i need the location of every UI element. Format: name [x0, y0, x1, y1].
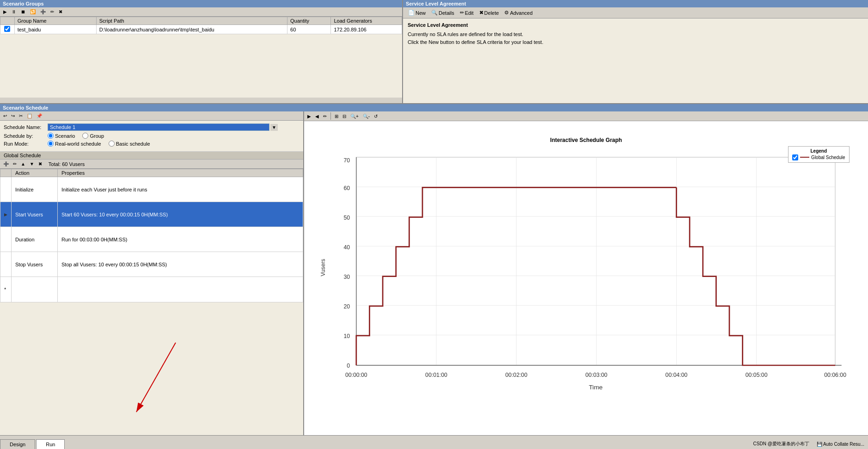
redo-button[interactable]: ↪	[10, 112, 16, 119]
schedule-form: Schedule Name: ▼ Schedule by: Scenario G…	[0, 121, 303, 152]
svg-text:Vusers: Vusers	[319, 259, 326, 277]
sla-content: Service Level Agreement Currently no SLA…	[403, 18, 868, 49]
schedule-actions-table: Action Properties Initialize Initialize …	[0, 169, 303, 302]
svg-text:00:01:00: 00:01:00	[425, 371, 447, 378]
row-properties: Stop all Vusers: 10 every 00:00:15 0H(MM…	[58, 252, 303, 277]
row-group-name: test_baidu	[14, 25, 96, 34]
svg-text:00:05:00: 00:05:00	[745, 371, 767, 378]
svg-text:70: 70	[343, 157, 350, 164]
graph-zoom-in-btn[interactable]: 🔍+	[349, 113, 360, 120]
advanced-icon: ⚙	[504, 10, 509, 16]
row-action: Start Vusers	[12, 202, 58, 227]
graph-reset-btn[interactable]: ↺	[373, 113, 379, 120]
schedule-dropdown-btn[interactable]: ▼	[270, 124, 278, 131]
delete2-button[interactable]: ✖	[57, 8, 64, 15]
table-header-row: Group Name Script Path Quantity Load Gen…	[0, 17, 402, 25]
graph-grid-btn[interactable]: ⊞	[333, 113, 340, 120]
row-properties: Run for 00:03:00 0H(MM:SS)	[58, 227, 303, 252]
sla-delete-button[interactable]: ✖ Delete	[477, 8, 501, 17]
row-indicator	[0, 177, 12, 202]
scenario-groups-panel: Scenario Groups ▶ ⏸ ⏹ 🔁 ➕ ✏ ✖ Group Name…	[0, 0, 403, 103]
stop-button[interactable]: ⏹	[19, 8, 27, 15]
col-properties: Properties	[58, 169, 303, 177]
sla-details-button[interactable]: 🔍 Details	[429, 8, 457, 17]
schedule-table-row[interactable]: ▶ Start Vusers Start 60 Vusers: 10 every…	[0, 202, 303, 227]
row-load-generators: 172.20.89.106	[331, 25, 402, 34]
bottom-right-info: CSDN @爱吃薯条的小布丁 💾 Auto Collate Resu...	[750, 439, 868, 449]
pause-button[interactable]: ⏸	[10, 8, 18, 15]
graph-zoom-out-btn[interactable]: 🔍-	[361, 113, 371, 120]
details-icon: 🔍	[431, 10, 438, 16]
legend-checkbox[interactable]	[792, 154, 798, 160]
run-mode-options: Real-world schedule Basic schedule	[48, 141, 150, 147]
gs-edit-btn[interactable]: ✏	[12, 160, 18, 167]
group-radio-label[interactable]: Group	[82, 133, 104, 139]
cut-button[interactable]: ✂	[18, 112, 24, 119]
svg-text:Time: Time	[589, 384, 603, 391]
svg-rect-2	[356, 157, 835, 365]
row-checkbox-cell	[0, 25, 15, 34]
graph-fit-btn[interactable]: ⊟	[341, 113, 348, 120]
run-mode-row: Run Mode: Real-world schedule Basic sche…	[4, 141, 300, 147]
schedule-name-row: Schedule Name: ▼	[4, 123, 300, 131]
svg-text:00:03:00: 00:03:00	[585, 371, 607, 378]
tab-run[interactable]: Run	[36, 439, 65, 449]
sla-edit-button[interactable]: ✏ Edit	[458, 8, 476, 17]
edit-icon: ✏	[460, 10, 464, 16]
basic-radio[interactable]	[109, 141, 115, 147]
schedule-table-row[interactable]: Stop Vusers Stop all Vusers: 10 every 00…	[0, 252, 303, 277]
scenario-radio[interactable]	[48, 133, 54, 139]
reset-button[interactable]: 🔁	[29, 8, 37, 15]
scenario-schedule-title-bar: Scenario Schedule	[0, 104, 868, 111]
gs-add-btn[interactable]: ➕	[2, 160, 10, 167]
table-row[interactable]: test_baidu D:\loadrunner\anzhuang\loadru…	[0, 25, 402, 34]
tab-design[interactable]: Design	[0, 439, 35, 449]
svg-text:30: 30	[343, 274, 350, 280]
schedule-by-options: Scenario Group	[48, 133, 104, 139]
scenario-radio-label[interactable]: Scenario	[48, 133, 75, 139]
row-indicator: ▶	[0, 202, 12, 227]
row-action: Duration	[12, 227, 58, 252]
svg-text:10: 10	[343, 333, 350, 339]
svg-text:60: 60	[343, 185, 350, 191]
schedule-name-input[interactable]	[48, 123, 269, 131]
auto-collate-icon: 💾	[817, 442, 822, 447]
main-container: Scenario Groups ▶ ⏸ ⏹ 🔁 ➕ ✏ ✖ Group Name…	[0, 0, 868, 449]
horizontal-scrollbar[interactable]	[0, 98, 402, 103]
realworld-radio[interactable]	[48, 141, 54, 147]
row-checkbox[interactable]	[4, 26, 10, 32]
legend-item-text: Global Schedule	[811, 155, 845, 160]
new-icon: 📄	[408, 10, 415, 16]
gs-toolbar: ➕ ✏ ▲ ▼ ✖ Total: 60 Vusers	[0, 160, 303, 169]
graph-back-btn[interactable]: ◀	[314, 113, 320, 120]
sla-advanced-button[interactable]: ⚙ Advanced	[502, 8, 535, 17]
graph-play-btn[interactable]: ▶	[306, 113, 312, 120]
bottom-tabs: Design Run CSDN @爱吃薯条的小布丁 💾 Auto Collate…	[0, 435, 868, 449]
basic-radio-text: Basic schedule	[116, 141, 150, 147]
delete-icon: ✖	[479, 10, 483, 16]
undo-button[interactable]: ↩	[2, 112, 8, 119]
group-radio[interactable]	[82, 133, 88, 139]
paste-button[interactable]: 📌	[35, 112, 43, 119]
schedule-table-row[interactable]: Initialize Initialize each Vuser just be…	[0, 177, 303, 202]
svg-text:00:02:00: 00:02:00	[505, 371, 527, 378]
gs-up-btn[interactable]: ▲	[19, 160, 27, 167]
sla-panel: Service Level Agreement 📄 New 🔍 Details …	[403, 0, 868, 103]
play-button[interactable]: ▶	[2, 8, 8, 15]
row-script-path: D:\loadrunner\anzhuang\loadrunner\tmp\te…	[96, 25, 287, 34]
col-load-generators: Load Generators	[331, 17, 402, 25]
gs-down-btn[interactable]: ▼	[28, 160, 36, 167]
auto-collate-label: 💾 Auto Collate Resu...	[817, 442, 864, 447]
copy-button[interactable]: 📋	[25, 112, 34, 119]
sla-new-button[interactable]: 📄 New	[406, 8, 428, 17]
graph-panel: ▶ ◀ ✏ ⊞ ⊟ 🔍+ 🔍- ↺ Interactive Schedule G…	[304, 111, 868, 435]
row-properties: Initialize each Vuser just before it run…	[58, 177, 303, 202]
schedule-table-row[interactable]: Duration Run for 00:03:00 0H(MM:SS)	[0, 227, 303, 252]
gs-delete-btn[interactable]: ✖	[37, 160, 43, 167]
basic-radio-label[interactable]: Basic schedule	[109, 141, 150, 147]
graph-pencil-btn[interactable]: ✏	[322, 113, 328, 120]
realworld-radio-label[interactable]: Real-world schedule	[48, 141, 101, 147]
add-button[interactable]: ➕	[39, 8, 47, 15]
scenario-groups-toolbar: ▶ ⏸ ⏹ 🔁 ➕ ✏ ✖	[0, 7, 402, 17]
edit2-button[interactable]: ✏	[49, 8, 55, 15]
